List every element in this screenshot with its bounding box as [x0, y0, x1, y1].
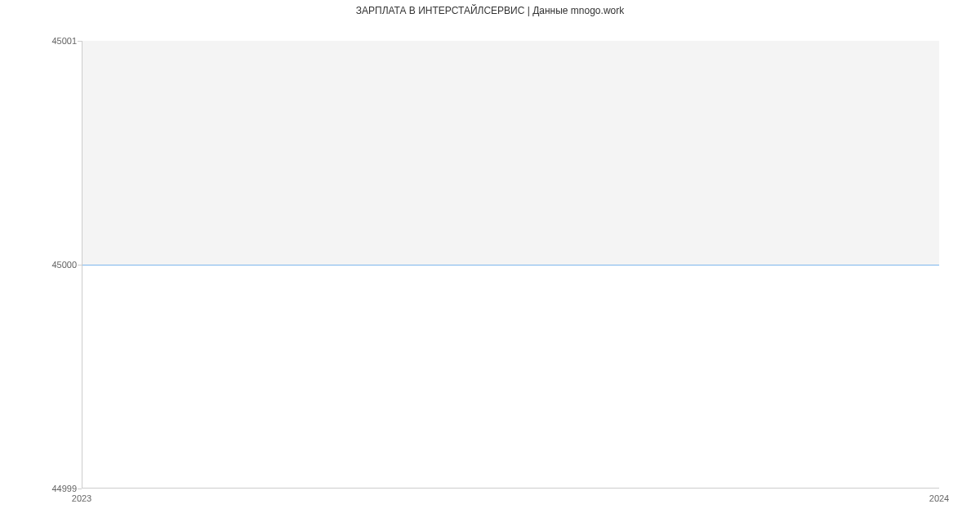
x-tick-label-left: 2023 [72, 493, 91, 503]
y-tick-label-top: 45001 [3, 36, 77, 46]
chart-title: ЗАРПЛАТА В ИНТЕРСТАЙЛСЕРВИС | Данные mno… [0, 5, 980, 16]
y-tick-label-bottom: 44999 [3, 484, 77, 493]
y-tick-mark [78, 489, 82, 489]
plot-area [82, 41, 939, 489]
chart-container: ЗАРПЛАТА В ИНТЕРСТАЙЛСЕРВИС | Данные mno… [0, 0, 980, 531]
series-line [82, 265, 939, 266]
x-tick-label-right: 2024 [929, 493, 949, 503]
y-tick-label-mid: 45000 [3, 260, 77, 270]
area-fill [82, 41, 939, 265]
